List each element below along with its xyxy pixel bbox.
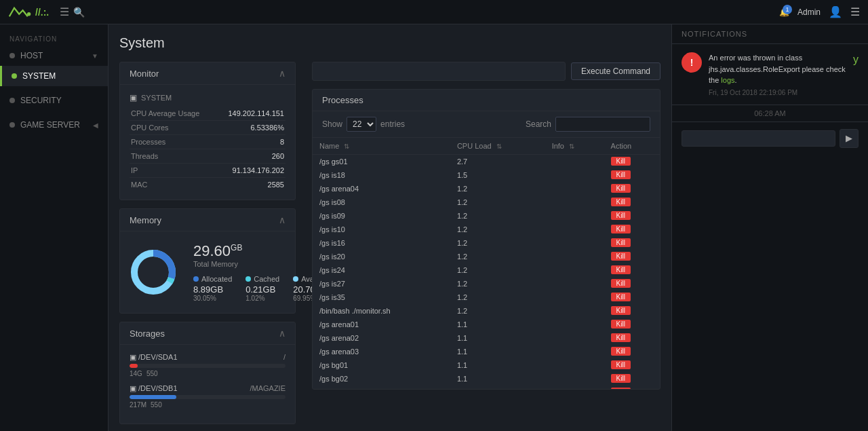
monitor-card-header: Monitor ∧ [120,62,295,85]
kill-button[interactable]: Kill [611,157,631,166]
storage-device: ▣ /DEV/SDA1 [130,353,178,362]
processes-panel: Processes Show 22 10 50 entries [312,89,660,390]
sidebar-item-security[interactable]: SECURITY [0,90,108,111]
kill-button[interactable]: Kill [611,265,631,274]
logo: //.:. [8,5,49,19]
page-title: System [119,35,660,51]
process-info [545,304,604,318]
process-row: /gs bg01 1.1 Kill [313,358,660,372]
menu-toggle-icon[interactable]: ☰ [60,5,69,18]
process-action: Kill [604,155,660,168]
kill-button[interactable]: Kill [611,333,631,342]
storage-mount: / [283,353,285,362]
notification-button[interactable]: 🔔 1 [779,7,789,17]
stat-pct: 30.05% [193,295,232,302]
process-row: /gs gs01 2.7 Kill [313,155,660,168]
right-panel-header: NOTIFICATIONS [672,24,868,44]
cpu-sort-icon[interactable]: ⇅ [496,143,502,150]
stat-label: Allocated [201,275,232,283]
storage-item: ▣ /DEV/SDB1 /MAGAZIE 217M 550 [130,384,285,409]
kill-button[interactable]: Kill [611,347,631,356]
security-dot [9,98,15,103]
chat-input[interactable] [682,130,835,147]
user-icon[interactable]: 👤 [829,5,842,18]
monitor-system-icon: ▣ [130,93,137,102]
kill-button[interactable]: Kill [611,198,631,206]
process-action: Kill [604,263,660,277]
monitor-card-title: Monitor [130,69,159,79]
kill-button[interactable]: Kill [611,360,631,369]
process-cpu: 1.1 [450,386,545,390]
monitor-row: MAC2585 [130,178,285,192]
name-sort-icon[interactable]: ⇅ [344,143,349,150]
process-info [545,155,604,168]
kill-button[interactable]: Kill [611,211,631,220]
execute-command-button[interactable]: Execute Command [571,62,660,80]
process-cpu: 1.1 [450,372,545,386]
memory-card-title: Memory [130,215,161,225]
stat-legend: Allocated [193,275,232,283]
notif-logs-link[interactable]: logs [721,76,734,84]
hamburger-menu-icon[interactable]: ☰ [850,5,860,18]
monitor-card: Monitor ∧ ▣ SYSTEM CPU Average Usage149.… [119,62,296,200]
chat-send-button[interactable]: ▶ [840,129,859,148]
kill-button[interactable]: Kill [611,388,631,389]
show-label: Show [322,119,342,129]
kill-button[interactable]: Kill [611,225,631,233]
process-cpu: 1.1 [450,358,545,372]
memory-collapse-icon[interactable]: ∧ [279,214,285,225]
process-row: /bin/bash ./monitor.sh 1.2 Kill [313,304,660,318]
process-search-input[interactable] [555,117,650,132]
process-row: /gs arena04 1.2 Kill [313,182,660,195]
process-row: /gs is08 1.2 Kill [313,195,660,209]
entries-select[interactable]: 22 10 50 [347,117,376,132]
notif-expand-icon[interactable]: y [853,52,859,66]
process-info [545,277,604,291]
process-info [545,291,604,304]
sidebar-item-system[interactable]: SYSTEM [0,66,108,86]
process-table: Name ⇅ CPU Load ⇅ Info ⇅ Action /gs gs01… [313,138,660,389]
process-row: /gs is09 1.2 Kill [313,209,660,223]
storages-card: Storages ∧ ▣ /DEV/SDA1 / 14G 550 ▣ /DEV/… [119,322,296,424]
processes-panel-header: Processes [313,90,660,111]
kill-button[interactable]: Kill [611,306,631,315]
sidebar-item-gameserver[interactable]: GAME SERVER ◀ [0,115,108,135]
process-name: /gs is27 [313,277,450,291]
process-name: /gs bg01 [313,358,450,372]
kill-button[interactable]: Kill [611,252,631,261]
process-cpu: 1.2 [450,209,545,223]
storage-size: 217M [130,401,146,409]
process-table-body: /gs gs01 2.7 Kill /gs is18 1.5 Kill /gs … [313,155,660,390]
search-icon[interactable]: 🔍 [73,7,85,18]
process-cpu: 1.2 [450,236,545,250]
stat-label: Cached [254,275,279,283]
process-name: /gs arena02 [313,331,450,345]
memory-card-header: Memory ∧ [120,209,295,231]
kill-button[interactable]: Kill [611,320,631,329]
info-sort-icon[interactable]: ⇅ [569,143,574,150]
notification-badge: 1 [783,5,792,14]
sidebar-item-system-left: SYSTEM [12,71,56,81]
process-action: Kill [604,345,660,358]
storage-used: 550 [151,401,162,409]
notif-error-icon: ! [682,52,702,73]
process-cpu: 1.1 [450,331,545,345]
storages-collapse-icon[interactable]: ∧ [279,328,285,339]
kill-button[interactable]: Kill [611,184,631,193]
process-row: /gs is27 1.2 Kill [313,277,660,291]
process-cpu: 1.2 [450,250,545,263]
kill-button[interactable]: Kill [611,170,631,179]
chat-input-area: ▶ [672,121,868,155]
sidebar-item-host[interactable]: HOST ▼ [0,45,108,66]
process-cpu: 1.2 [450,182,545,195]
process-cpu: 1.5 [450,168,545,182]
kill-button[interactable]: Kill [611,293,631,301]
kill-button[interactable]: Kill [611,279,631,288]
execute-command-input[interactable] [312,62,566,81]
process-cpu: 1.2 [450,277,545,291]
monitor-section-label: SYSTEM [141,94,172,102]
monitor-collapse-icon[interactable]: ∧ [279,68,285,79]
kill-button[interactable]: Kill [611,374,631,383]
stat-dot [245,276,251,282]
kill-button[interactable]: Kill [611,238,631,247]
